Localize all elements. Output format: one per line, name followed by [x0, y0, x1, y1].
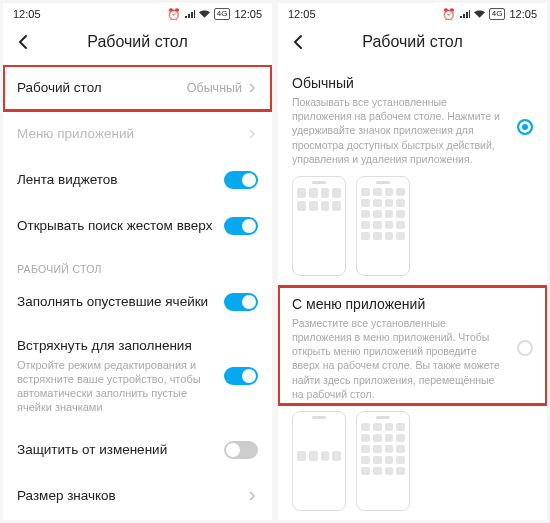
toggle-swipe-search[interactable] [224, 217, 258, 235]
preview-classic [278, 170, 547, 286]
phone-mock-icon [292, 176, 346, 276]
page-title: Рабочий стол [310, 33, 515, 51]
wifi-icon [199, 10, 210, 18]
header: Рабочий стол [278, 25, 547, 65]
phone-mock-icon [356, 411, 410, 511]
row-label: Рабочий стол [17, 79, 179, 97]
chevron-right-icon [246, 128, 258, 140]
status-bar: 12:05 ⏰ 4G 12:05 [3, 3, 272, 25]
alarm-icon: ⏰ [442, 8, 456, 21]
back-button[interactable] [13, 31, 35, 53]
row-icon-size[interactable]: Размер значков [3, 473, 272, 519]
row-sublabel: Откройте режим редактирования и встряхни… [17, 358, 216, 415]
row-label: Лента виджетов [17, 171, 216, 189]
row-shake-fill[interactable]: Встряхнуть для заполнения Откройте режим… [3, 325, 272, 427]
row-label: Встряхнуть для заполнения [17, 337, 216, 355]
row-lock-layout[interactable]: Защитить от изменений [3, 427, 272, 473]
settings-screen-right: 12:05 ⏰ 4G 12:05 Рабочий стол Обычный По… [278, 3, 547, 520]
status-bar: 12:05 ⏰ 4G 12:05 [278, 3, 547, 25]
section-header-home: РАБОЧИЙ СТОЛ [3, 249, 272, 279]
row-label: Открывать поиск жестом вверх [17, 217, 216, 235]
row-widget-feed[interactable]: Лента виджетов [3, 157, 272, 203]
chevron-left-icon [291, 34, 307, 50]
row-label: Заполнять опустевшие ячейки [17, 293, 216, 311]
radio-classic[interactable] [517, 119, 533, 135]
toggle-lock-layout[interactable] [224, 441, 258, 459]
settings-screen-left: 12:05 ⏰ 4G 12:05 Рабочий стол Рабочий ст… [3, 3, 272, 520]
option-title: Обычный [292, 75, 533, 91]
clock-right: 12:05 [234, 8, 262, 20]
option-description: Разместите все установленные приложения … [292, 316, 533, 401]
clock-right: 12:05 [509, 8, 537, 20]
back-button[interactable] [288, 31, 310, 53]
option-title: С меню приложений [292, 296, 533, 312]
network-badge: 4G [214, 8, 231, 20]
phone-mock-icon [292, 411, 346, 511]
row-home-layout[interactable]: Рабочий стол Обычный [3, 65, 272, 111]
row-swipe-search[interactable]: Открывать поиск жестом вверх [3, 203, 272, 249]
layout-options: Обычный Показывать все установленные при… [278, 65, 547, 520]
alarm-icon: ⏰ [167, 8, 181, 21]
wifi-icon [474, 10, 485, 18]
row-app-drawer: Меню приложений [3, 111, 272, 157]
toggle-fill-empty[interactable] [224, 293, 258, 311]
header: Рабочий стол [3, 25, 272, 65]
toggle-widget-feed[interactable] [224, 171, 258, 189]
settings-list: Рабочий стол Обычный Меню приложений Лен… [3, 65, 272, 520]
row-label: Размер значков [17, 487, 238, 505]
toggle-shake-fill[interactable] [224, 367, 258, 385]
chevron-left-icon [16, 34, 32, 50]
row-label: Меню приложений [17, 125, 238, 143]
row-label: Защитить от изменений [17, 441, 216, 459]
network-badge: 4G [489, 8, 506, 20]
option-with-drawer[interactable]: С меню приложений Разместите все установ… [278, 286, 547, 405]
phone-mock-icon [356, 176, 410, 276]
chevron-right-icon [246, 490, 258, 502]
radio-with-drawer[interactable] [517, 340, 533, 356]
preview-with-drawer [278, 405, 547, 520]
clock: 12:05 [288, 8, 316, 20]
signal-icon [460, 10, 470, 18]
clock: 12:05 [13, 8, 41, 20]
chevron-right-icon [246, 82, 258, 94]
signal-icon [185, 10, 195, 18]
option-description: Показывать все установленные приложения … [292, 95, 533, 166]
option-classic[interactable]: Обычный Показывать все установленные при… [278, 65, 547, 286]
row-fill-empty[interactable]: Заполнять опустевшие ячейки [3, 279, 272, 325]
page-title: Рабочий стол [35, 33, 240, 51]
row-value: Обычный [187, 81, 242, 95]
